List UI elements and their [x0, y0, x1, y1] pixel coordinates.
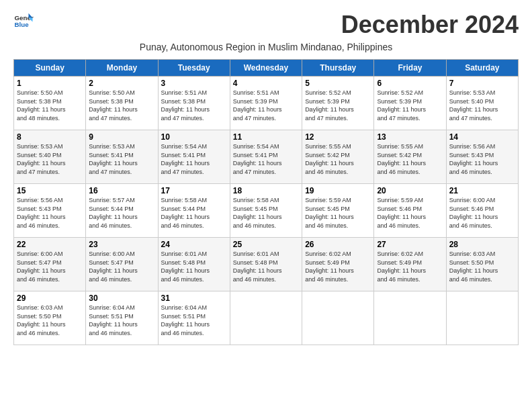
calendar-cell: 12Sunrise: 5:55 AMSunset: 5:42 PMDayligh… — [302, 130, 374, 184]
calendar-cell — [302, 291, 374, 345]
calendar-cell — [374, 291, 446, 345]
calendar-cell: 4Sunrise: 5:51 AMSunset: 5:39 PMDaylight… — [230, 77, 302, 130]
day-number: 17 — [161, 186, 227, 195]
day-info: Sunrise: 6:03 AMSunset: 5:50 PMDaylight:… — [17, 304, 66, 336]
calendar-table: SundayMondayTuesdayWednesdayThursdayFrid… — [13, 59, 519, 345]
day-info: Sunrise: 6:02 AMSunset: 5:49 PMDaylight:… — [305, 250, 354, 283]
day-info: Sunrise: 6:00 AMSunset: 5:47 PMDaylight:… — [89, 250, 138, 283]
calendar-cell: 10Sunrise: 5:54 AMSunset: 5:41 PMDayligh… — [158, 130, 230, 184]
day-info: Sunrise: 6:02 AMSunset: 5:49 PMDaylight:… — [377, 250, 426, 283]
day-info: Sunrise: 5:55 AMSunset: 5:42 PMDaylight:… — [377, 143, 426, 175]
day-info: Sunrise: 5:55 AMSunset: 5:42 PMDaylight:… — [305, 143, 354, 175]
day-number: 3 — [161, 79, 227, 88]
day-number: 15 — [17, 186, 83, 195]
svg-text:Blue: Blue — [15, 21, 30, 28]
calendar-cell: 6Sunrise: 5:52 AMSunset: 5:39 PMDaylight… — [374, 77, 446, 130]
day-number: 6 — [377, 79, 443, 88]
day-info: Sunrise: 5:51 AMSunset: 5:38 PMDaylight:… — [161, 89, 210, 122]
day-info: Sunrise: 5:59 AMSunset: 5:45 PMDaylight:… — [305, 197, 354, 229]
day-of-week-header: Monday — [86, 60, 158, 77]
day-number: 12 — [305, 132, 371, 142]
day-number: 19 — [305, 186, 371, 195]
calendar-cell: 5Sunrise: 5:52 AMSunset: 5:39 PMDaylight… — [302, 77, 374, 130]
day-number: 22 — [17, 240, 83, 249]
calendar-cell: 20Sunrise: 5:59 AMSunset: 5:46 PMDayligh… — [374, 184, 446, 238]
day-info: Sunrise: 6:01 AMSunset: 5:48 PMDaylight:… — [233, 250, 282, 283]
day-number: 18 — [233, 186, 299, 195]
day-of-week-header: Saturday — [446, 60, 518, 77]
day-info: Sunrise: 6:04 AMSunset: 5:51 PMDaylight:… — [89, 304, 138, 336]
page-header: General Blue December 2024 — [13, 11, 519, 39]
day-number: 20 — [377, 186, 443, 195]
month-title: December 2024 — [341, 11, 519, 39]
calendar-cell: 21Sunrise: 6:00 AMSunset: 5:46 PMDayligh… — [446, 184, 518, 238]
calendar-cell: 15Sunrise: 5:56 AMSunset: 5:43 PMDayligh… — [14, 184, 86, 238]
calendar-cell — [446, 291, 518, 345]
calendar-cell: 3Sunrise: 5:51 AMSunset: 5:38 PMDaylight… — [158, 77, 230, 130]
calendar-cell: 25Sunrise: 6:01 AMSunset: 5:48 PMDayligh… — [230, 238, 302, 291]
day-of-week-header: Friday — [374, 60, 446, 77]
day-number: 23 — [89, 240, 154, 249]
day-number: 7 — [449, 79, 515, 88]
day-info: Sunrise: 5:50 AMSunset: 5:38 PMDaylight:… — [17, 89, 66, 122]
subtitle: Punay, Autonomous Region in Muslim Minda… — [13, 42, 519, 52]
day-info: Sunrise: 5:52 AMSunset: 5:39 PMDaylight:… — [305, 89, 354, 122]
logo: General Blue — [13, 11, 34, 31]
calendar-header-row: SundayMondayTuesdayWednesdayThursdayFrid… — [14, 60, 519, 77]
day-info: Sunrise: 5:53 AMSunset: 5:40 PMDaylight:… — [17, 143, 66, 175]
day-info: Sunrise: 5:57 AMSunset: 5:44 PMDaylight:… — [89, 197, 138, 229]
day-info: Sunrise: 5:53 AMSunset: 5:41 PMDaylight:… — [89, 143, 138, 175]
calendar-cell: 1Sunrise: 5:50 AMSunset: 5:38 PMDaylight… — [14, 77, 86, 130]
day-of-week-header: Sunday — [14, 60, 86, 77]
calendar-cell: 2Sunrise: 5:50 AMSunset: 5:38 PMDaylight… — [86, 77, 158, 130]
calendar-cell: 14Sunrise: 5:56 AMSunset: 5:43 PMDayligh… — [446, 130, 518, 184]
calendar-cell: 13Sunrise: 5:55 AMSunset: 5:42 PMDayligh… — [374, 130, 446, 184]
day-info: Sunrise: 6:04 AMSunset: 5:51 PMDaylight:… — [161, 304, 210, 336]
day-info: Sunrise: 5:52 AMSunset: 5:39 PMDaylight:… — [377, 89, 426, 122]
calendar-cell: 8Sunrise: 5:53 AMSunset: 5:40 PMDaylight… — [14, 130, 86, 184]
day-number: 26 — [305, 240, 371, 249]
calendar-cell: 31Sunrise: 6:04 AMSunset: 5:51 PMDayligh… — [158, 291, 230, 345]
calendar-cell: 24Sunrise: 6:01 AMSunset: 5:48 PMDayligh… — [158, 238, 230, 291]
day-number: 8 — [17, 132, 83, 142]
calendar-cell: 16Sunrise: 5:57 AMSunset: 5:44 PMDayligh… — [86, 184, 158, 238]
day-info: Sunrise: 6:00 AMSunset: 5:46 PMDaylight:… — [449, 197, 498, 229]
day-info: Sunrise: 5:51 AMSunset: 5:39 PMDaylight:… — [233, 89, 282, 122]
day-info: Sunrise: 5:54 AMSunset: 5:41 PMDaylight:… — [161, 143, 210, 175]
calendar-cell: 30Sunrise: 6:04 AMSunset: 5:51 PMDayligh… — [86, 291, 158, 345]
day-number: 9 — [89, 132, 154, 142]
day-number: 29 — [17, 293, 83, 303]
day-number: 27 — [377, 240, 443, 249]
calendar-cell: 22Sunrise: 6:00 AMSunset: 5:47 PMDayligh… — [14, 238, 86, 291]
day-number: 1 — [17, 79, 83, 88]
day-number: 24 — [161, 240, 227, 249]
calendar-cell: 28Sunrise: 6:03 AMSunset: 5:50 PMDayligh… — [446, 238, 518, 291]
day-number: 4 — [233, 79, 299, 88]
day-of-week-header: Tuesday — [158, 60, 230, 77]
day-of-week-header: Thursday — [302, 60, 374, 77]
day-of-week-header: Wednesday — [230, 60, 302, 77]
day-info: Sunrise: 5:53 AMSunset: 5:40 PMDaylight:… — [449, 89, 498, 122]
day-number: 13 — [377, 132, 443, 142]
day-info: Sunrise: 5:56 AMSunset: 5:43 PMDaylight:… — [17, 197, 66, 229]
day-number: 16 — [89, 186, 154, 195]
calendar-cell: 7Sunrise: 5:53 AMSunset: 5:40 PMDaylight… — [446, 77, 518, 130]
day-info: Sunrise: 6:01 AMSunset: 5:48 PMDaylight:… — [161, 250, 210, 283]
day-number: 21 — [449, 186, 515, 195]
calendar-week-row: 8Sunrise: 5:53 AMSunset: 5:40 PMDaylight… — [14, 130, 519, 184]
day-number: 28 — [449, 240, 515, 249]
day-info: Sunrise: 5:59 AMSunset: 5:46 PMDaylight:… — [377, 197, 426, 229]
day-info: Sunrise: 5:54 AMSunset: 5:41 PMDaylight:… — [233, 143, 282, 175]
calendar-week-row: 29Sunrise: 6:03 AMSunset: 5:50 PMDayligh… — [14, 291, 519, 345]
calendar-week-row: 1Sunrise: 5:50 AMSunset: 5:38 PMDaylight… — [14, 77, 519, 130]
day-number: 10 — [161, 132, 227, 142]
calendar-cell: 18Sunrise: 5:58 AMSunset: 5:45 PMDayligh… — [230, 184, 302, 238]
calendar-cell: 26Sunrise: 6:02 AMSunset: 5:49 PMDayligh… — [302, 238, 374, 291]
day-number: 2 — [89, 79, 154, 88]
day-info: Sunrise: 5:58 AMSunset: 5:44 PMDaylight:… — [161, 197, 210, 229]
calendar-cell: 27Sunrise: 6:02 AMSunset: 5:49 PMDayligh… — [374, 238, 446, 291]
calendar-cell: 11Sunrise: 5:54 AMSunset: 5:41 PMDayligh… — [230, 130, 302, 184]
day-info: Sunrise: 6:00 AMSunset: 5:47 PMDaylight:… — [17, 250, 66, 283]
calendar-cell: 23Sunrise: 6:00 AMSunset: 5:47 PMDayligh… — [86, 238, 158, 291]
calendar-cell: 17Sunrise: 5:58 AMSunset: 5:44 PMDayligh… — [158, 184, 230, 238]
